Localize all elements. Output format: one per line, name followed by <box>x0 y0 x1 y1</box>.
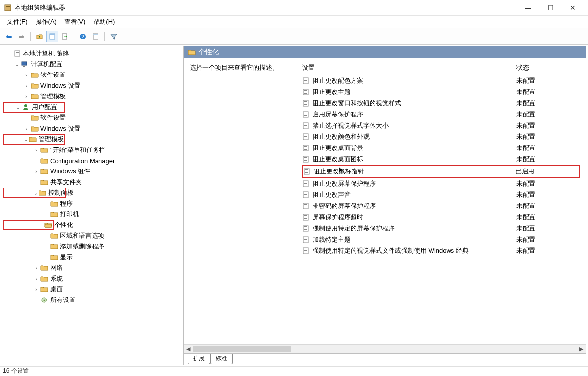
svg-rect-27 <box>304 101 307 102</box>
filter-button[interactable] <box>108 31 119 42</box>
tree-control-panel[interactable]: ⌄ 控制面板 <box>3 188 66 198</box>
expander-icon[interactable]: ⌄ <box>24 137 28 142</box>
svg-rect-45 <box>304 149 307 150</box>
setting-row[interactable]: 阻止更改配色方案未配置 <box>302 75 580 86</box>
tree-cp-display[interactable]: 显示 <box>3 252 181 263</box>
tree-windows-components[interactable]: › Windows 组件 <box>3 166 181 177</box>
properties-button[interactable] <box>46 31 58 42</box>
tree-label: 共享文件夹 <box>50 178 82 187</box>
setting-row[interactable]: 阻止更改颜色和外观未配置 <box>302 131 580 142</box>
setting-row[interactable]: 强制使用特定的屏幕保护程序未配置 <box>302 223 580 234</box>
expander-icon[interactable]: › <box>23 126 30 132</box>
setting-label: 阻止更改屏幕保护程序 <box>313 179 516 188</box>
close-button[interactable]: ✕ <box>562 0 584 15</box>
setting-row[interactable]: 强制使用特定的视觉样式文件或强制使用 Windows 经典未配置 <box>302 245 580 256</box>
tree-network[interactable]: › 网络 <box>3 263 181 273</box>
scroll-left-icon[interactable]: ◀ <box>184 346 193 352</box>
tree-start-menu[interactable]: › "开始"菜单和任务栏 <box>3 145 181 155</box>
tree-user-config[interactable]: ⌄ 用户配置 <box>3 102 65 113</box>
tree-cp-programs[interactable]: 程序 <box>3 198 181 209</box>
expander-icon[interactable]: › <box>33 276 39 282</box>
svg-rect-51 <box>305 169 308 170</box>
minimize-button[interactable]: — <box>517 0 539 15</box>
tree-system[interactable]: › 系统 <box>3 273 181 284</box>
up-folder-button[interactable] <box>34 31 45 42</box>
expander-icon[interactable]: › <box>23 94 30 99</box>
horizontal-scrollbar[interactable]: ◀ ▶ <box>184 344 586 353</box>
setting-row[interactable]: 屏幕保护程序超时未配置 <box>302 211 580 223</box>
tree-panel[interactable]: 本地计算机 策略 ⌄ 计算机配置 › 软件设置 › Windows 设置 › 管… <box>2 46 182 365</box>
menu-file[interactable]: 文件(F) <box>3 16 32 28</box>
expander-icon[interactable]: ⌄ <box>14 105 21 110</box>
tree-desktop[interactable]: › 桌面 <box>3 284 181 295</box>
setting-row[interactable]: 禁止选择视觉样式字体大小未配置 <box>302 120 580 131</box>
menu-view[interactable]: 查看(V) <box>60 16 89 28</box>
scroll-right-icon[interactable]: ▶ <box>577 346 586 352</box>
forward-button[interactable]: ➡ <box>16 31 27 42</box>
setting-row[interactable]: 阻止更改桌面图标未配置 <box>302 153 580 165</box>
setting-status: 未配置 <box>516 110 580 119</box>
menu-action[interactable]: 操作(A) <box>32 16 60 28</box>
expander-icon[interactable]: ⌄ <box>13 62 20 67</box>
tree-config-manager[interactable]: Configuration Manager <box>3 155 181 166</box>
tree-uc-software[interactable]: 软件设置 <box>3 113 181 123</box>
export-button[interactable] <box>59 31 71 42</box>
tab-extended[interactable]: 扩展 <box>188 354 210 364</box>
expander-icon[interactable]: › <box>33 287 39 292</box>
setting-row[interactable]: 阻止更改鼠标指针已启用 <box>302 165 580 178</box>
filter-settings-button[interactable] <box>90 31 101 42</box>
back-button[interactable]: ⬅ <box>3 31 15 42</box>
folder-icon <box>40 157 48 165</box>
setting-row[interactable]: 启用屏幕保护程序未配置 <box>302 109 580 120</box>
setting-row[interactable]: 阻止更改窗口和按钮的视觉样式未配置 <box>302 97 580 109</box>
col-header-status[interactable]: 状态 <box>516 63 580 72</box>
tree-computer-config[interactable]: ⌄ 计算机配置 <box>3 59 181 70</box>
column-headers: 设置 状态 <box>302 63 580 72</box>
scroll-track[interactable] <box>193 346 577 353</box>
list-body: 选择一个项目来查看它的描述。 设置 状态 阻止更改配色方案未配置阻止更改主题未配… <box>184 58 586 344</box>
tree-cp-region[interactable]: 区域和语言选项 <box>3 230 181 241</box>
tree-cc-windows[interactable]: › Windows 设置 <box>3 80 181 91</box>
svg-rect-32 <box>304 114 307 114</box>
tree-root[interactable]: 本地计算机 策略 <box>3 48 181 59</box>
policy-item-icon <box>302 202 310 210</box>
help-button[interactable]: ? <box>77 31 89 42</box>
tab-standard[interactable]: 标准 <box>210 354 233 364</box>
maximize-button[interactable]: ☐ <box>539 0 562 15</box>
setting-row[interactable]: 阻止更改声音未配置 <box>302 189 580 200</box>
col-header-setting[interactable]: 设置 <box>302 63 516 72</box>
tree-all-settings[interactable]: 所有设置 <box>3 295 181 305</box>
setting-status: 未配置 <box>516 224 580 233</box>
tree-uc-windows[interactable]: › Windows 设置 <box>3 123 181 134</box>
tree-cp-printers[interactable]: 打印机 <box>3 209 181 220</box>
toolbar: ⬅ ➡ ? <box>0 28 588 45</box>
svg-rect-64 <box>304 206 307 206</box>
svg-rect-12 <box>16 54 19 54</box>
svg-rect-72 <box>304 228 307 228</box>
tree-shared-folders[interactable]: 共享文件夹 <box>3 177 181 188</box>
tree-cc-admin[interactable]: › 管理模板 <box>3 91 181 102</box>
expander-icon[interactable]: › <box>33 169 39 174</box>
setting-row[interactable]: 加载特定主题未配置 <box>302 234 580 245</box>
tree-label: 用户配置 <box>32 103 57 112</box>
tree-label: 添加或删除程序 <box>60 242 104 251</box>
setting-row[interactable]: 阻止更改主题未配置 <box>302 86 580 97</box>
expander-icon[interactable]: ⌄ <box>34 190 38 196</box>
setting-row[interactable]: 阻止更改屏幕保护程序未配置 <box>302 178 580 189</box>
expander-icon[interactable]: › <box>23 83 30 89</box>
expander-icon[interactable]: › <box>33 148 39 153</box>
setting-row[interactable]: 阻止更改桌面背景未配置 <box>302 142 580 153</box>
tree-cp-personalization[interactable]: 个性化 <box>3 220 54 230</box>
setting-label: 强制使用特定的屏幕保护程序 <box>313 224 516 233</box>
expander-icon[interactable]: › <box>23 73 30 78</box>
tree-uc-admin[interactable]: ⌄ 管理模板 <box>3 134 65 145</box>
menu-help[interactable]: 帮助(H) <box>89 16 118 28</box>
tree: 本地计算机 策略 ⌄ 计算机配置 › 软件设置 › Windows 设置 › 管… <box>2 46 182 307</box>
svg-rect-76 <box>304 239 307 240</box>
tree-cp-addremove[interactable]: 添加或删除程序 <box>3 241 181 252</box>
scroll-thumb[interactable] <box>193 346 291 352</box>
tree-cc-software[interactable]: › 软件设置 <box>3 70 181 80</box>
expander-icon[interactable]: › <box>33 265 39 271</box>
setting-row[interactable]: 带密码的屏幕保护程序未配置 <box>302 200 580 211</box>
computer-icon <box>21 60 29 68</box>
